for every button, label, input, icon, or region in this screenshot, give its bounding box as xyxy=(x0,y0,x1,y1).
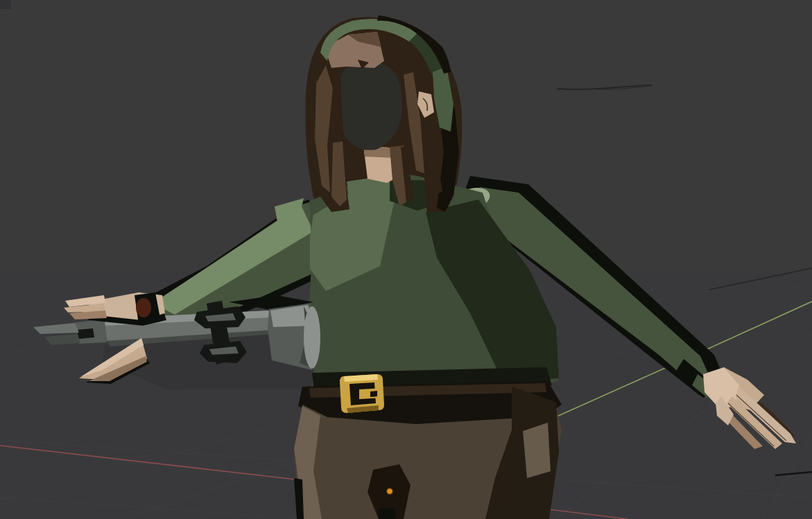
editor-corner-patch xyxy=(0,0,11,9)
belt-buckle-notch xyxy=(370,391,377,397)
face xyxy=(337,61,402,150)
rifle-stock-cap xyxy=(304,306,320,369)
rifle-fork-notch xyxy=(76,328,94,339)
pants-rightleg-patch xyxy=(523,423,551,478)
left-cuff-opening xyxy=(136,298,151,317)
3d-viewport[interactable] xyxy=(0,0,812,519)
3d-viewport-canvas[interactable] xyxy=(0,0,812,519)
origin-marker[interactable] xyxy=(387,489,393,495)
between-legs-gap xyxy=(379,509,395,519)
